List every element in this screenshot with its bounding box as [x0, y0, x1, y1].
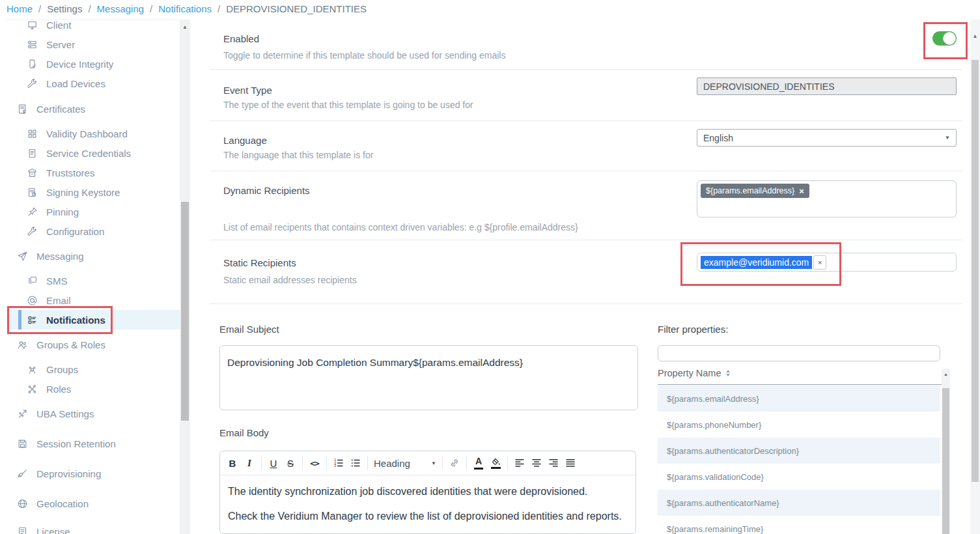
license-icon [16, 526, 28, 534]
sidebar-item-session-retention[interactable]: Session Retention [7, 434, 180, 453]
sidebar-item-label: Signing Keystore [46, 187, 120, 198]
load-devices-icon [26, 77, 38, 89]
email-subject-input[interactable]: Deprovisioning Job Completion Summary${p… [219, 345, 638, 410]
geolocation-icon [16, 498, 28, 509]
sidebar-item-configuration[interactable]: Configuration [7, 221, 180, 241]
property-row[interactable]: ${params.phoneNumber} [658, 412, 940, 438]
static-recipients-field[interactable]: example@veridiumid.com × [697, 253, 957, 272]
toggle-knob [943, 32, 956, 45]
row-divider [210, 69, 962, 70]
chevron-down-icon: ▼ [945, 135, 950, 141]
sidebar-item-device-integrity[interactable]: Device Integrity [7, 54, 180, 74]
sidebar-item-service-credentials[interactable]: Service Credentials [7, 143, 180, 163]
static-recipient-chip: example@veridiumid.com [701, 256, 812, 269]
breadcrumb-notifications[interactable]: Notifications [158, 3, 212, 14]
toolbar-separator [442, 456, 443, 470]
table-scrollbar-thumb[interactable] [942, 388, 949, 534]
sidebar-item-load-devices[interactable]: Load Devices [7, 74, 180, 93]
property-name-column-header[interactable]: Property Name [658, 368, 730, 378]
property-row[interactable]: ${params.authenticatorDescription} [658, 438, 940, 464]
deprovisioning-icon [16, 468, 28, 479]
language-select-value: English [703, 133, 733, 143]
breadcrumb-home[interactable]: Home [7, 3, 33, 14]
italic-button[interactable]: I [241, 455, 258, 471]
email-body-label: Email Body [219, 427, 269, 438]
dynamic-recipient-tag: ${params.emailAddress} × [701, 184, 809, 198]
sidebar-item-label: Certificates [36, 104, 85, 115]
sidebar-item-sms[interactable]: SMS [7, 271, 180, 290]
sidebar-item-label: Configuration [46, 226, 104, 237]
sidebar-item-uba-settings[interactable]: UBA Settings [7, 404, 180, 423]
sidebar-item-notifications[interactable]: Notifications [7, 310, 180, 330]
filter-properties-input[interactable] [658, 345, 940, 361]
sidebar-item-license[interactable]: License [7, 522, 180, 534]
sidebar-item-label: SMS [46, 275, 68, 287]
filter-properties-label: Filter properties: [658, 324, 728, 335]
justify-button[interactable] [562, 455, 579, 471]
sidebar-item-label: Pinning [46, 206, 79, 218]
sidebar-item-validity-dashboard[interactable]: Validity Dashboard [7, 124, 180, 143]
sidebar-item-label: Client [46, 20, 71, 31]
sidebar-item-truststores[interactable]: Truststores [7, 163, 180, 182]
sidebar-item-label: Groups & Roles [36, 339, 105, 350]
sidebar-item-messaging[interactable]: Messaging [7, 246, 180, 266]
sidebar-item-geolocation[interactable]: Geolocation [7, 494, 180, 513]
body-paragraph: The identity synchronization job discove… [228, 484, 628, 499]
remove-chip-icon[interactable]: × [813, 255, 826, 270]
uba-settings-icon [16, 408, 28, 419]
page-scrollbar-up-arrow[interactable]: ▲ [970, 33, 980, 40]
sidebar-item-signing-keystore[interactable]: Signing Keystore [7, 182, 180, 202]
editor-toolbar: B I U S <> 123 Heading ▼ A [220, 451, 636, 475]
align-right-button[interactable] [545, 455, 562, 471]
tag-text: ${params.emailAddress} [706, 186, 794, 195]
language-select[interactable]: English ▼ [697, 129, 957, 147]
sidebar-item-label: Email [46, 295, 71, 306]
validity-dashboard-icon [26, 128, 38, 139]
row-divider [210, 171, 962, 171]
link-button[interactable] [446, 455, 463, 471]
sidebar-item-server[interactable]: Server [7, 35, 180, 54]
property-row[interactable]: ${params.emailAddress} [658, 386, 940, 412]
sidebar-item-deprovisioning[interactable]: Deprovisioning [7, 464, 180, 483]
event-type-help: The type of the event that this template… [223, 100, 473, 110]
ordered-list-button[interactable]: 123 [330, 455, 347, 471]
sidebar-item-label: Session Retention [36, 438, 116, 449]
groups-roles-icon [16, 339, 28, 350]
dynamic-recipients-field[interactable]: ${params.emailAddress} × [697, 180, 957, 218]
text-color-letter: A [474, 457, 483, 469]
property-row[interactable]: ${params.remainingTime} [658, 516, 940, 534]
property-row[interactable]: ${params.authenticatorName} [658, 490, 940, 516]
strikethrough-button[interactable]: S [282, 455, 299, 471]
table-scrollbar-up-arrow[interactable]: ▲ [942, 371, 950, 378]
roles-icon [26, 383, 38, 395]
sidebar-item-groups-roles[interactable]: Groups & Roles [7, 335, 180, 354]
sidebar-scrollbar-up-arrow[interactable]: ▲ [180, 24, 190, 31]
remove-tag-icon[interactable]: × [799, 187, 804, 195]
sidebar-item-pinning[interactable]: Pinning [7, 202, 180, 221]
breadcrumb-messaging[interactable]: Messaging [97, 3, 145, 14]
sidebar-item-email[interactable]: Email [7, 290, 180, 310]
unordered-list-button[interactable] [347, 455, 364, 471]
align-left-button[interactable] [511, 455, 528, 471]
enabled-toggle[interactable] [932, 31, 957, 46]
sidebar-item-label: Notifications [46, 315, 105, 326]
text-color-button[interactable]: A [470, 455, 487, 471]
sidebar-item-groups[interactable]: Groups [7, 359, 180, 379]
sort-icon [726, 370, 730, 376]
align-center-button[interactable] [528, 455, 545, 471]
underline-button[interactable]: U [265, 455, 282, 471]
sidebar-item-certificates[interactable]: Certificates [7, 99, 180, 119]
highlight-color-button[interactable] [487, 455, 504, 471]
sidebar-item-label: Geolocation [36, 498, 89, 509]
bold-button[interactable]: B [224, 455, 241, 471]
sidebar-item-client[interactable]: Client [7, 20, 180, 35]
sidebar-item-roles[interactable]: Roles [7, 379, 180, 399]
toolbar-separator [302, 456, 303, 470]
property-row[interactable]: ${params.validationCode} [658, 464, 940, 490]
heading-dropdown[interactable]: Heading ▼ [371, 458, 439, 469]
email-body-content[interactable]: The identity synchronization job discove… [220, 475, 636, 524]
sidebar-scrollbar-thumb[interactable] [181, 202, 189, 421]
session-retention-icon [16, 438, 28, 449]
code-button[interactable]: <> [306, 455, 323, 471]
page-scrollbar-thumb[interactable] [972, 60, 979, 482]
